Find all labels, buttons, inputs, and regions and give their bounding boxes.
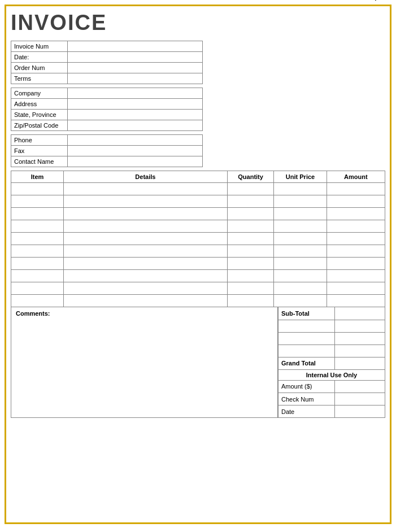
terms-value[interactable]: [68, 73, 202, 84]
unitprice-cell[interactable]: [274, 282, 327, 295]
item-cell[interactable]: [11, 270, 64, 282]
table-row: [11, 208, 385, 220]
header-item: Item: [11, 171, 64, 183]
address-label: Address: [11, 99, 68, 109]
table-row: [11, 295, 385, 307]
qty-cell[interactable]: [227, 282, 274, 295]
details-cell[interactable]: [64, 282, 228, 295]
item-cell[interactable]: [11, 183, 64, 195]
qty-cell[interactable]: [227, 270, 274, 282]
blank-label[interactable]: [278, 320, 335, 332]
amount-cell[interactable]: [327, 195, 385, 208]
internal-use-header: Internal Use Only: [278, 370, 385, 381]
unitprice-cell[interactable]: [274, 220, 327, 233]
item-cell[interactable]: [11, 258, 64, 270]
fax-value[interactable]: [68, 146, 202, 156]
zip-value[interactable]: [68, 120, 202, 130]
qty-cell[interactable]: [227, 220, 274, 233]
internal-date-value[interactable]: [334, 405, 385, 418]
details-cell[interactable]: [64, 183, 228, 195]
date-label: Date:: [11, 52, 68, 62]
order-num-label: Order Num: [11, 63, 68, 73]
qty-cell[interactable]: [227, 183, 274, 195]
details-cell[interactable]: [64, 270, 228, 282]
qty-cell[interactable]: [227, 245, 274, 258]
unitprice-cell[interactable]: [274, 233, 327, 245]
check-num-value[interactable]: [334, 393, 385, 405]
phone-value[interactable]: [68, 135, 202, 145]
check-num-label: Check Num: [278, 393, 335, 405]
company-label: Company: [11, 88, 68, 98]
blank-label[interactable]: [278, 345, 335, 357]
blank-value[interactable]: [334, 332, 385, 345]
amount-cell[interactable]: [327, 295, 385, 307]
qty-cell[interactable]: [227, 295, 274, 307]
table-header-row: Item Details Quantity Unit Price Amount: [11, 171, 385, 183]
unitprice-cell[interactable]: [274, 270, 327, 282]
item-cell[interactable]: [11, 282, 64, 295]
state-row: State, Province: [11, 110, 202, 120]
unitprice-cell[interactable]: [274, 183, 327, 195]
details-cell[interactable]: [64, 258, 228, 270]
details-cell[interactable]: [64, 208, 228, 220]
subtotal-row: Sub-Total: [278, 307, 385, 320]
qty-cell[interactable]: [227, 208, 274, 220]
invoice-title: INVOICE: [11, 11, 385, 35]
company-value[interactable]: [68, 88, 202, 98]
unitprice-cell[interactable]: [274, 295, 327, 307]
qty-cell[interactable]: [227, 233, 274, 245]
item-cell[interactable]: [11, 295, 64, 307]
item-cell[interactable]: [11, 208, 64, 220]
unitprice-cell[interactable]: [274, 195, 327, 208]
blank-label[interactable]: [278, 332, 335, 345]
subtotal-value[interactable]: [334, 307, 385, 320]
amount-dollar-value[interactable]: [334, 381, 385, 393]
amount-cell[interactable]: [327, 208, 385, 220]
item-cell[interactable]: [11, 233, 64, 245]
amount-cell[interactable]: [327, 270, 385, 282]
details-cell[interactable]: [64, 295, 228, 307]
grand-total-value[interactable]: [334, 357, 385, 369]
unitprice-cell[interactable]: [274, 208, 327, 220]
amount-cell[interactable]: [327, 282, 385, 295]
terms-label: Terms: [11, 73, 68, 84]
item-cell[interactable]: [11, 245, 64, 258]
address-value[interactable]: [68, 99, 202, 109]
order-num-value[interactable]: [68, 63, 202, 73]
comments-area[interactable]: Comments:: [11, 307, 278, 418]
fax-row: Fax: [11, 146, 202, 156]
table-row: [11, 220, 385, 233]
blank-value[interactable]: [334, 320, 385, 332]
contact-section: Phone Fax Contact Name: [11, 134, 203, 167]
amount-cell[interactable]: [327, 183, 385, 195]
unitprice-cell[interactable]: [274, 258, 327, 270]
terms-row: Terms: [11, 73, 202, 84]
table-row: [11, 258, 385, 270]
amount-cell[interactable]: [327, 258, 385, 270]
state-value[interactable]: [68, 110, 202, 120]
details-cell[interactable]: [64, 220, 228, 233]
item-cell[interactable]: [11, 195, 64, 208]
phone-label: Phone: [11, 135, 68, 145]
qty-cell[interactable]: [227, 195, 274, 208]
table-row: [11, 270, 385, 282]
internal-date-label: Date: [278, 405, 335, 418]
contact-name-value[interactable]: [68, 156, 202, 167]
address-row: Address: [11, 99, 202, 110]
amount-cell[interactable]: [327, 220, 385, 233]
details-cell[interactable]: [64, 195, 228, 208]
details-cell[interactable]: [64, 245, 228, 258]
blank-value[interactable]: [334, 345, 385, 357]
invoice-num-value[interactable]: [68, 41, 202, 51]
amount-cell[interactable]: [327, 245, 385, 258]
date-value[interactable]: [68, 52, 202, 62]
qty-cell[interactable]: [227, 258, 274, 270]
header-details: Details: [64, 171, 228, 183]
unitprice-cell[interactable]: [274, 245, 327, 258]
item-cell[interactable]: [11, 220, 64, 233]
blank-totals-row: [278, 345, 385, 357]
table-row: [11, 195, 385, 208]
internal-table: Amount ($) Check Num Date: [278, 381, 385, 418]
details-cell[interactable]: [64, 233, 228, 245]
amount-cell[interactable]: [327, 233, 385, 245]
